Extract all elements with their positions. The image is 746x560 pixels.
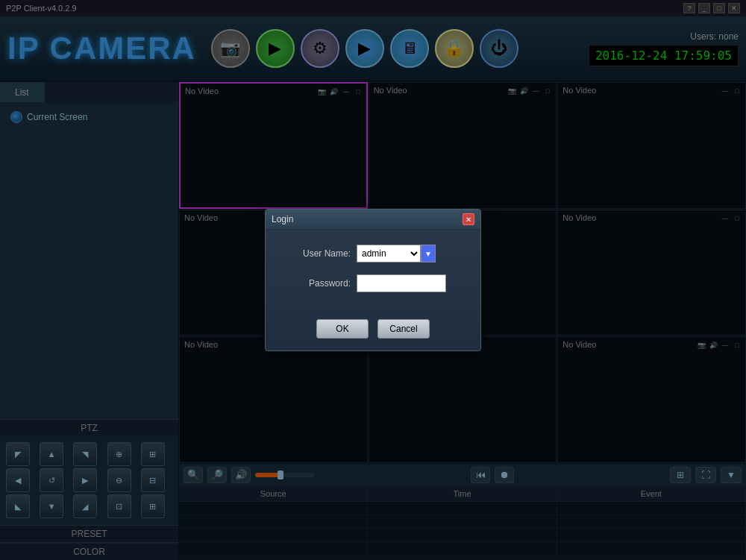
dialog-buttons: OK Cancel [266, 319, 480, 350]
select-arrow-icon[interactable]: ▼ [421, 245, 436, 262]
dialog-body: User Name: admin ▼ Password: [266, 230, 480, 319]
dialog-title: Login [272, 214, 293, 224]
ok-button[interactable]: OK [316, 319, 369, 339]
password-row: Password: [283, 274, 463, 292]
dialog-close-button[interactable]: ✕ [463, 213, 474, 225]
cancel-button[interactable]: Cancel [377, 319, 430, 339]
dialog-overlay: Login ✕ User Name: admin ▼ Password: OK … [0, 0, 746, 560]
username-label: User Name: [283, 248, 351, 259]
dialog-titlebar: Login ✕ [266, 210, 480, 230]
password-input[interactable] [357, 274, 446, 292]
username-select[interactable]: admin [357, 245, 421, 262]
password-label: Password: [283, 278, 351, 289]
username-row: User Name: admin ▼ [283, 245, 463, 262]
login-dialog: Login ✕ User Name: admin ▼ Password: OK … [265, 209, 481, 351]
